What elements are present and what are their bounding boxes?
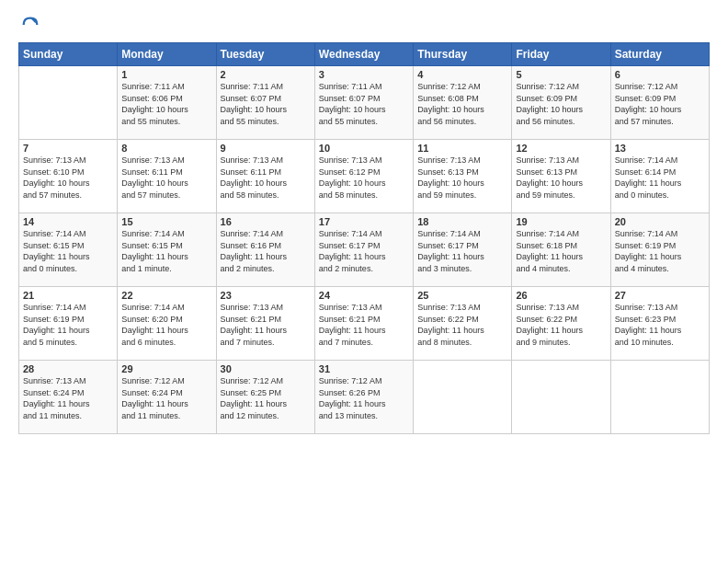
calendar-week-row: 1Sunrise: 7:11 AM Sunset: 6:06 PM Daylig… xyxy=(19,66,710,140)
day-number: 27 xyxy=(615,290,705,301)
day-info: Sunrise: 7:11 AM Sunset: 6:07 PM Dayligh… xyxy=(221,81,311,127)
day-info: Sunrise: 7:14 AM Sunset: 6:20 PM Dayligh… xyxy=(121,302,211,348)
day-number: 19 xyxy=(516,216,606,227)
calendar-cell: 22Sunrise: 7:14 AM Sunset: 6:20 PM Dayli… xyxy=(118,287,216,361)
calendar-cell: 26Sunrise: 7:13 AM Sunset: 6:22 PM Dayli… xyxy=(512,287,610,361)
calendar-cell: 30Sunrise: 7:12 AM Sunset: 6:25 PM Dayli… xyxy=(216,361,314,434)
calendar-cell xyxy=(19,66,118,140)
day-number: 24 xyxy=(319,290,409,301)
day-info: Sunrise: 7:13 AM Sunset: 6:12 PM Dayligh… xyxy=(319,155,409,201)
weekday-header-wednesday: Wednesday xyxy=(314,43,413,66)
day-info: Sunrise: 7:12 AM Sunset: 6:25 PM Dayligh… xyxy=(221,375,311,421)
logo-icon xyxy=(20,15,40,35)
day-info: Sunrise: 7:13 AM Sunset: 6:11 PM Dayligh… xyxy=(121,155,211,201)
calendar-cell: 1Sunrise: 7:11 AM Sunset: 6:06 PM Daylig… xyxy=(118,66,216,140)
weekday-header-friday: Friday xyxy=(512,43,610,66)
day-info: Sunrise: 7:13 AM Sunset: 6:22 PM Dayligh… xyxy=(417,302,507,348)
day-number: 2 xyxy=(221,69,311,80)
calendar-cell: 3Sunrise: 7:11 AM Sunset: 6:07 PM Daylig… xyxy=(314,66,413,140)
day-info: Sunrise: 7:14 AM Sunset: 6:14 PM Dayligh… xyxy=(615,155,705,201)
day-info: Sunrise: 7:13 AM Sunset: 6:21 PM Dayligh… xyxy=(319,302,409,348)
day-number: 15 xyxy=(121,216,211,227)
day-number: 31 xyxy=(319,363,409,374)
day-info: Sunrise: 7:11 AM Sunset: 6:07 PM Dayligh… xyxy=(319,81,409,127)
day-info: Sunrise: 7:12 AM Sunset: 6:08 PM Dayligh… xyxy=(417,81,507,127)
calendar-cell: 24Sunrise: 7:13 AM Sunset: 6:21 PM Dayli… xyxy=(314,287,413,361)
weekday-header-sunday: Sunday xyxy=(19,43,118,66)
calendar-cell: 31Sunrise: 7:12 AM Sunset: 6:26 PM Dayli… xyxy=(314,361,413,434)
day-info: Sunrise: 7:13 AM Sunset: 6:13 PM Dayligh… xyxy=(516,155,606,201)
calendar-week-row: 7Sunrise: 7:13 AM Sunset: 6:10 PM Daylig… xyxy=(19,140,710,213)
day-info: Sunrise: 7:14 AM Sunset: 6:15 PM Dayligh… xyxy=(121,228,211,274)
day-number: 4 xyxy=(417,69,507,80)
day-info: Sunrise: 7:13 AM Sunset: 6:22 PM Dayligh… xyxy=(516,302,606,348)
day-number: 11 xyxy=(417,143,507,154)
calendar-cell: 19Sunrise: 7:14 AM Sunset: 6:18 PM Dayli… xyxy=(512,213,610,287)
day-number: 18 xyxy=(417,216,507,227)
calendar-table: SundayMondayTuesdayWednesdayThursdayFrid… xyxy=(18,42,710,434)
day-info: Sunrise: 7:14 AM Sunset: 6:19 PM Dayligh… xyxy=(23,302,113,348)
calendar-cell: 27Sunrise: 7:13 AM Sunset: 6:23 PM Dayli… xyxy=(610,287,709,361)
weekday-header-thursday: Thursday xyxy=(414,43,512,66)
day-number: 26 xyxy=(516,290,606,301)
day-info: Sunrise: 7:12 AM Sunset: 6:24 PM Dayligh… xyxy=(121,375,211,421)
calendar-page: SundayMondayTuesdayWednesdayThursdayFrid… xyxy=(0,0,728,563)
day-number: 13 xyxy=(615,143,705,154)
day-info: Sunrise: 7:13 AM Sunset: 6:13 PM Dayligh… xyxy=(417,155,507,201)
calendar-cell: 29Sunrise: 7:12 AM Sunset: 6:24 PM Dayli… xyxy=(118,361,216,434)
day-number: 3 xyxy=(319,69,409,80)
day-number: 28 xyxy=(23,363,113,374)
calendar-cell: 17Sunrise: 7:14 AM Sunset: 6:17 PM Dayli… xyxy=(314,213,413,287)
day-info: Sunrise: 7:12 AM Sunset: 6:26 PM Dayligh… xyxy=(319,375,409,421)
calendar-cell: 4Sunrise: 7:12 AM Sunset: 6:08 PM Daylig… xyxy=(414,66,512,140)
day-number: 23 xyxy=(221,290,311,301)
day-number: 6 xyxy=(615,69,705,80)
calendar-cell: 18Sunrise: 7:14 AM Sunset: 6:17 PM Dayli… xyxy=(414,213,512,287)
calendar-cell: 15Sunrise: 7:14 AM Sunset: 6:15 PM Dayli… xyxy=(118,213,216,287)
day-number: 7 xyxy=(23,143,113,154)
day-number: 9 xyxy=(221,143,311,154)
calendar-cell: 21Sunrise: 7:14 AM Sunset: 6:19 PM Dayli… xyxy=(19,287,118,361)
day-number: 14 xyxy=(23,216,113,227)
weekday-header-monday: Monday xyxy=(118,43,216,66)
calendar-week-row: 14Sunrise: 7:14 AM Sunset: 6:15 PM Dayli… xyxy=(19,213,710,287)
calendar-cell: 25Sunrise: 7:13 AM Sunset: 6:22 PM Dayli… xyxy=(414,287,512,361)
day-info: Sunrise: 7:14 AM Sunset: 6:15 PM Dayligh… xyxy=(23,228,113,274)
day-number: 1 xyxy=(121,69,211,80)
day-info: Sunrise: 7:12 AM Sunset: 6:09 PM Dayligh… xyxy=(615,81,705,127)
calendar-cell: 9Sunrise: 7:13 AM Sunset: 6:11 PM Daylig… xyxy=(216,140,314,213)
calendar-cell: 11Sunrise: 7:13 AM Sunset: 6:13 PM Dayli… xyxy=(414,140,512,213)
day-info: Sunrise: 7:14 AM Sunset: 6:16 PM Dayligh… xyxy=(221,228,311,274)
day-info: Sunrise: 7:14 AM Sunset: 6:17 PM Dayligh… xyxy=(417,228,507,274)
day-number: 22 xyxy=(121,290,211,301)
calendar-cell: 28Sunrise: 7:13 AM Sunset: 6:24 PM Dayli… xyxy=(19,361,118,434)
day-number: 21 xyxy=(23,290,113,301)
day-number: 17 xyxy=(319,216,409,227)
day-info: Sunrise: 7:13 AM Sunset: 6:23 PM Dayligh… xyxy=(615,302,705,348)
calendar-cell: 10Sunrise: 7:13 AM Sunset: 6:12 PM Dayli… xyxy=(314,140,413,213)
calendar-cell: 14Sunrise: 7:14 AM Sunset: 6:15 PM Dayli… xyxy=(19,213,118,287)
day-number: 10 xyxy=(319,143,409,154)
calendar-cell: 20Sunrise: 7:14 AM Sunset: 6:19 PM Dayli… xyxy=(610,213,709,287)
calendar-cell xyxy=(414,361,512,434)
day-info: Sunrise: 7:13 AM Sunset: 6:21 PM Dayligh… xyxy=(221,302,311,348)
calendar-cell: 8Sunrise: 7:13 AM Sunset: 6:11 PM Daylig… xyxy=(118,140,216,213)
day-info: Sunrise: 7:14 AM Sunset: 6:17 PM Dayligh… xyxy=(319,228,409,274)
calendar-week-row: 21Sunrise: 7:14 AM Sunset: 6:19 PM Dayli… xyxy=(19,287,710,361)
calendar-cell xyxy=(512,361,610,434)
day-number: 16 xyxy=(221,216,311,227)
day-info: Sunrise: 7:13 AM Sunset: 6:11 PM Dayligh… xyxy=(221,155,311,201)
calendar-cell: 7Sunrise: 7:13 AM Sunset: 6:10 PM Daylig… xyxy=(19,140,118,213)
weekday-header-tuesday: Tuesday xyxy=(216,43,314,66)
calendar-week-row: 28Sunrise: 7:13 AM Sunset: 6:24 PM Dayli… xyxy=(19,361,710,434)
calendar-cell xyxy=(610,361,709,434)
calendar-cell: 12Sunrise: 7:13 AM Sunset: 6:13 PM Dayli… xyxy=(512,140,610,213)
day-number: 12 xyxy=(516,143,606,154)
day-number: 29 xyxy=(121,363,211,374)
day-info: Sunrise: 7:14 AM Sunset: 6:19 PM Dayligh… xyxy=(615,228,705,274)
day-number: 25 xyxy=(417,290,507,301)
calendar-cell: 23Sunrise: 7:13 AM Sunset: 6:21 PM Dayli… xyxy=(216,287,314,361)
calendar-cell: 16Sunrise: 7:14 AM Sunset: 6:16 PM Dayli… xyxy=(216,213,314,287)
day-info: Sunrise: 7:13 AM Sunset: 6:24 PM Dayligh… xyxy=(23,375,113,421)
day-number: 8 xyxy=(121,143,211,154)
